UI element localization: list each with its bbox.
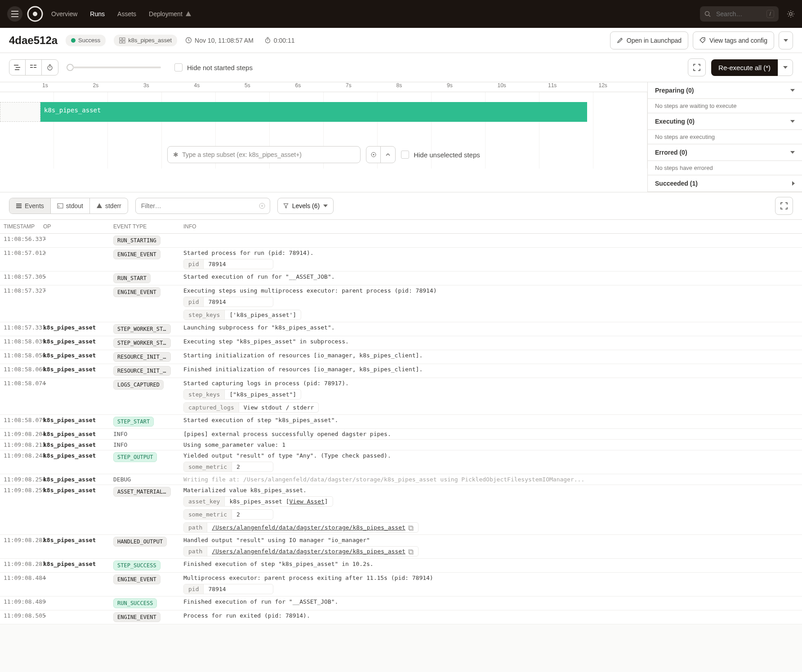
started-at: Nov 10, 11:08:57 AM <box>185 37 254 44</box>
hamburger-icon <box>11 11 18 17</box>
fullscreen-events-button[interactable] <box>775 197 793 215</box>
timer-mode-button[interactable] <box>42 60 58 75</box>
nav-deployment[interactable]: Deployment <box>149 10 183 18</box>
output-tabs: Events stdout stderr <box>9 198 128 214</box>
svg-rect-14 <box>15 69 19 70</box>
event-row: 11:08:58.039k8s_pipes_assetSTEP_WORKER_S… <box>0 336 802 350</box>
event-info: Started capturing logs in process (pid: … <box>179 380 802 413</box>
step-subset-input[interactable]: ✱ Type a step subset (ex: k8s_pipes_asse… <box>167 146 361 163</box>
gantt-chart[interactable]: 1s2s3s4s5s6s7s8s9s10s11s12s k8s_pipes_as… <box>0 82 647 192</box>
event-row: 11:09:08.287k8s_pipes_assetSTEP_SUCCESSF… <box>0 559 802 573</box>
view-asset-link[interactable]: View Asset <box>290 498 325 505</box>
event-ts: 11:09:08.282 <box>0 537 43 543</box>
settings-button[interactable] <box>787 10 795 18</box>
event-ts: 11:09:08.213 <box>0 441 43 448</box>
nav-overview[interactable]: Overview <box>51 10 77 18</box>
event-op: - <box>43 598 113 605</box>
waterfall-icon <box>14 64 21 71</box>
event-op: - <box>43 380 113 387</box>
events-filter[interactable] <box>135 198 270 214</box>
waterfall-mode-button[interactable] <box>9 60 26 75</box>
svg-rect-25 <box>58 204 63 208</box>
target-icon <box>370 151 377 158</box>
event-info: Process for run exited (pid: 78914). <box>179 612 802 619</box>
open-launchpad-button[interactable]: Open in Launchpad <box>610 31 688 49</box>
step-up-button[interactable] <box>381 147 395 163</box>
svg-rect-28 <box>409 526 412 530</box>
event-op: k8s_pipes_asset <box>43 537 113 543</box>
hide-not-started-checkbox[interactable]: Hide not started steps <box>174 63 253 71</box>
asset-chip[interactable]: k8s_pipes_asset <box>114 35 177 46</box>
kv-row: captured_logsView stdout / stderr <box>183 402 319 413</box>
sidebar-section-sub: No steps have errored <box>648 161 802 175</box>
event-info: [pipes] external process successfully op… <box>179 431 802 437</box>
clear-icon[interactable] <box>259 203 265 209</box>
expand-icon <box>780 202 788 209</box>
event-info: Executing steps using multiprocess execu… <box>179 287 802 320</box>
event-row: 11:09:08.259k8s_pipes_assetASSET_MATERIA… <box>0 485 802 535</box>
event-ts: 11:08:58.060 <box>0 366 43 373</box>
tab-stdout[interactable]: stdout <box>51 198 90 214</box>
sidebar-section[interactable]: Executing (0) <box>648 113 802 130</box>
levels-filter[interactable]: Levels (6) <box>277 198 334 214</box>
menu-button[interactable] <box>7 6 22 22</box>
event-type: ENGINE_EVENT <box>113 249 179 259</box>
tab-stdout-label: stdout <box>66 202 83 209</box>
event-ts: 11:09:08.505 <box>0 612 43 619</box>
tab-events[interactable]: Events <box>9 198 51 214</box>
kv-row: pid78914 <box>183 584 273 594</box>
svg-rect-18 <box>34 67 36 68</box>
mode-toggle-group[interactable] <box>9 59 58 76</box>
copy-icon[interactable] <box>408 549 414 555</box>
event-type: ENGINE_EVENT <box>113 287 179 297</box>
sidebar-section[interactable]: Succeeded (1) <box>648 175 802 192</box>
svg-rect-17 <box>30 67 33 68</box>
gantt-asset-bar[interactable]: k8s_pipes_asset <box>40 102 587 122</box>
status-chip: Success <box>66 35 106 46</box>
event-row: 11:08:58.056k8s_pipes_assetRESOURCE_INIT… <box>0 350 802 364</box>
copy-icon[interactable] <box>408 525 414 531</box>
event-type: LOGS_CAPTURED <box>113 380 179 390</box>
event-op: k8s_pipes_asset <box>43 366 113 373</box>
nav-assets[interactable]: Assets <box>117 10 136 18</box>
flat-mode-button[interactable] <box>26 60 42 75</box>
event-type: ENGINE_EVENT <box>113 612 179 622</box>
fullscreen-gantt-button[interactable] <box>688 58 706 76</box>
list-icon <box>16 203 22 209</box>
status-label: Success <box>78 37 100 44</box>
event-ts: 11:09:08.259 <box>0 487 43 494</box>
run-header: 4dae512a Success k8s_pipes_asset Nov 10,… <box>0 28 802 53</box>
chevron-down-icon <box>790 120 795 123</box>
nav-runs[interactable]: Runs <box>90 10 105 18</box>
event-row: 11:09:08.254k8s_pipes_assetDEBUGWriting … <box>0 474 802 485</box>
checkbox-icon <box>174 63 183 71</box>
chevron-right-icon <box>792 181 795 186</box>
event-info: Executing step "k8s_pipes_asset" in subp… <box>179 338 802 345</box>
gantt-section: 1s2s3s4s5s6s7s8s9s10s11s12s k8s_pipes_as… <box>0 82 802 192</box>
step-target-button[interactable] <box>366 147 381 163</box>
event-op: - <box>43 249 113 256</box>
svg-point-1 <box>33 12 37 16</box>
clock-icon <box>185 37 192 44</box>
search-box[interactable]: / <box>700 6 779 22</box>
header-more-button[interactable] <box>779 31 793 49</box>
reexecute-button[interactable]: Re-execute all (*) <box>711 59 778 76</box>
search-input[interactable] <box>715 10 762 18</box>
zoom-slider[interactable] <box>67 64 161 71</box>
event-ts: 11:08:58.039 <box>0 338 43 345</box>
sidebar-section[interactable]: Errored (0) <box>648 144 802 161</box>
svg-point-11 <box>703 39 704 40</box>
warning-icon <box>96 203 102 209</box>
dagster-logo[interactable] <box>27 6 43 22</box>
reexecute-dropdown[interactable] <box>778 59 793 76</box>
event-op: k8s_pipes_asset <box>43 324 113 331</box>
levels-label: Levels (6) <box>292 202 320 209</box>
tab-stderr[interactable]: stderr <box>90 198 128 214</box>
events-filter-input[interactable] <box>140 202 259 210</box>
chevron-down-icon <box>790 151 795 154</box>
hide-unselected-checkbox[interactable]: Hide unselected steps <box>401 151 480 159</box>
event-type: RESOURCE_INIT_STAR… <box>113 352 179 362</box>
view-tags-button[interactable]: View tags and config <box>693 31 774 49</box>
sidebar-section[interactable]: Preparing (0) <box>648 82 802 99</box>
events-table: TIMESTAMP OP EVENT TYPE INFO 11:08:56.33… <box>0 219 802 624</box>
